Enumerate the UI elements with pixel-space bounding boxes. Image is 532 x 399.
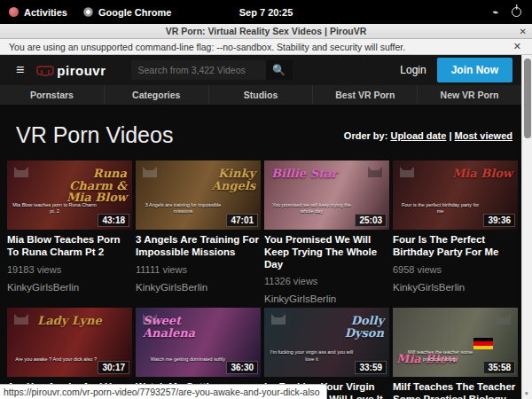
status-url-bar: https://pirouvr.com/vr-porn-video/779325…: [0, 384, 327, 399]
video-thumbnail[interactable]: Mia Blow Milf teaches the teacher some p…: [393, 308, 518, 377]
scrollbar-thumb[interactable]: [524, 59, 531, 138]
thumbnail-caption: Milf teaches the teacher some practical …: [398, 349, 482, 363]
video-thumbnail[interactable]: Sweet Analena Watch me getting dominated…: [136, 308, 261, 377]
web-page: ≡ pirouvr 🔍 Login Join Now Pornstars Cat…: [0, 55, 521, 399]
nav-item-categories[interactable]: Categories: [105, 85, 209, 105]
thumbnail-performer-name: Mia Blow: [452, 168, 512, 180]
duration-badge: 47:01: [226, 214, 258, 227]
studio-cat-logo-icon: [270, 312, 287, 326]
thumbnail-caption: Mia Blow teaches porn to Runa Charm pt. …: [12, 202, 97, 215]
orderby-upload-date-link[interactable]: Upload date: [390, 130, 446, 141]
thumbnail-performer-name: Kinky Angels: [180, 168, 255, 192]
main-nav: Pornstars Categories Studios Best VR Por…: [0, 85, 521, 105]
video-grid: Runa Charm & Mia Blow Mia Blow teaches p…: [0, 160, 521, 399]
studio-cat-logo-icon: [495, 312, 512, 326]
nav-item-best-vr-porn[interactable]: Best VR Porn: [313, 85, 418, 105]
video-views: 11111 views: [136, 264, 261, 275]
video-title[interactable]: Four Is The Perfect Birthday Party For M…: [393, 234, 518, 259]
video-thumbnail[interactable]: Lady Lyne Are you awake ? And your dick …: [7, 308, 132, 377]
window-close-icon[interactable]: ✕: [520, 27, 527, 36]
activities-icon: [9, 7, 19, 17]
studio-cat-logo-icon: [398, 165, 416, 179]
clock[interactable]: Sep 7 20:25: [239, 7, 293, 18]
video-title[interactable]: You Promised We Will Keep Trying The Who…: [264, 234, 389, 270]
page-scrollbar[interactable]: ▾: [521, 55, 532, 399]
search-icon: 🔍: [272, 64, 286, 76]
thumbnail-caption: Are you awake ? And your dick also ?: [15, 356, 97, 364]
orderby-control: Order by: Upload date | Most viewed: [344, 130, 512, 141]
video-card[interactable]: Mia Blow Milf teaches the teacher some p…: [393, 308, 518, 399]
menu-hamburger-icon[interactable]: ≡: [16, 63, 24, 77]
studio-link[interactable]: KinkyGirlsBerlin: [393, 282, 518, 293]
sandbox-warning-bar: You are using an unsupported command-lin…: [0, 39, 532, 55]
german-flag-icon: [473, 338, 493, 349]
thumbnail-performer-name: Sweet Analena: [143, 315, 218, 339]
site-logo-text: pirouvr: [57, 63, 106, 78]
chrome-icon: [83, 7, 93, 17]
site-logo[interactable]: pirouvr: [36, 63, 106, 78]
nav-item-pornstars[interactable]: Pornstars: [0, 85, 105, 105]
system-top-bar: Activities Google Chrome Sep 7 20:25 ⌁: [0, 0, 532, 24]
page-title: VR Porn Videos: [16, 122, 173, 148]
duration-badge: 39:36: [483, 214, 515, 227]
video-thumbnail[interactable]: Kinky Angels 3 Angels are training for i…: [136, 160, 261, 230]
site-header: ≡ pirouvr 🔍 Login Join Now: [0, 55, 521, 85]
duration-badge: 43:18: [98, 214, 129, 227]
orderby-most-viewed-link[interactable]: Most viewed: [455, 130, 512, 141]
video-thumbnail[interactable]: Mia Blow Four is the perfect birthday pa…: [393, 160, 518, 230]
video-thumbnail[interactable]: Runa Charm & Mia Blow Mia Blow teaches p…: [7, 160, 132, 230]
duration-badge: 30:17: [98, 361, 129, 374]
video-views: 11326 views: [264, 276, 389, 286]
activities-button[interactable]: Activities: [9, 7, 67, 18]
scrollbar-down-arrow-icon[interactable]: ▾: [525, 390, 528, 397]
video-thumbnail[interactable]: Billie Star You promised we will keep tr…: [264, 160, 389, 230]
video-views: 19183 views: [7, 264, 132, 275]
duration-badge: 25:03: [355, 214, 387, 227]
duration-badge: 33:59: [355, 361, 387, 374]
video-title[interactable]: Mia Blow Teaches Porn To Runa Charm Pt 2: [7, 234, 132, 259]
thumbnail-caption: Watch me getting dominated softly: [151, 356, 225, 364]
studio-cat-logo-icon: [12, 165, 30, 179]
active-app-menu[interactable]: Google Chrome: [83, 7, 172, 18]
studio-cat-logo-icon: [12, 312, 30, 326]
studio-link[interactable]: KinkyGirlsBerlin: [264, 293, 389, 304]
thumbnail-performer-name: Lady Lyne: [37, 315, 102, 327]
login-link[interactable]: Login: [400, 64, 426, 76]
thumbnail-caption: You promised we will keep trying the who…: [270, 202, 354, 215]
duration-badge: 35:58: [483, 361, 515, 374]
power-icon[interactable]: [512, 7, 521, 17]
search-button[interactable]: 🔍: [266, 60, 293, 80]
studio-link[interactable]: KinkyGirlsBerlin: [136, 282, 261, 293]
tab-title: VR Porn: Virtual Reality Sex Videos | Pi…: [0, 26, 532, 36]
thumbnail-caption: Four is the perfect birthday party for m…: [398, 202, 482, 215]
browser-title-bar: VR Porn: Virtual Reality Sex Videos | Pi…: [0, 24, 532, 39]
video-thumbnail[interactable]: Dolly Dyson I'm fucking your virgin ass …: [264, 308, 389, 377]
active-app-label: Google Chrome: [98, 7, 172, 18]
warning-text: You are using an unsupported command-lin…: [0, 42, 405, 52]
orderby-label: Order by:: [344, 130, 388, 141]
video-card[interactable]: Billie Star You promised we will keep tr…: [264, 160, 389, 304]
join-now-button[interactable]: Join Now: [437, 58, 512, 82]
network-icon[interactable]: ⌁: [493, 7, 497, 17]
nav-item-new-vr-porn[interactable]: New VR Porn: [418, 85, 521, 105]
studio-link[interactable]: KinkyGirlsBerlin: [7, 282, 132, 293]
search-input[interactable]: [131, 60, 266, 80]
video-views: 6958 views: [393, 264, 518, 275]
warning-close-icon[interactable]: ✕: [513, 41, 532, 52]
thumbnail-performer-name: Runa Charm & Mia Blow: [51, 168, 127, 204]
video-title[interactable]: Milf Teaches The Teacher Some Practical …: [393, 381, 518, 399]
thumbnail-performer-name: Dolly Dyson: [309, 315, 384, 339]
video-card[interactable]: Runa Charm & Mia Blow Mia Blow teaches p…: [7, 160, 132, 304]
studio-cat-logo-icon: [366, 165, 384, 179]
video-card[interactable]: Mia Blow Four is the perfect birthday pa…: [393, 160, 518, 304]
video-card[interactable]: Kinky Angels 3 Angels are training for i…: [136, 160, 261, 304]
thumbnail-performer-name: Billie Star: [271, 168, 337, 180]
activities-label: Activities: [24, 7, 67, 18]
thumbnail-caption: 3 Angels are training for impossible mis…: [141, 202, 225, 215]
thumbnail-caption: I'm fucking your virgin ass and you will…: [270, 349, 354, 363]
nav-item-studios[interactable]: Studios: [209, 85, 314, 105]
vr-goggles-icon: [36, 66, 54, 75]
duration-badge: 36:30: [226, 361, 258, 374]
video-title[interactable]: 3 Angels Are Training For Impossible Mis…: [136, 234, 261, 259]
studio-cat-logo-icon: [141, 165, 159, 179]
